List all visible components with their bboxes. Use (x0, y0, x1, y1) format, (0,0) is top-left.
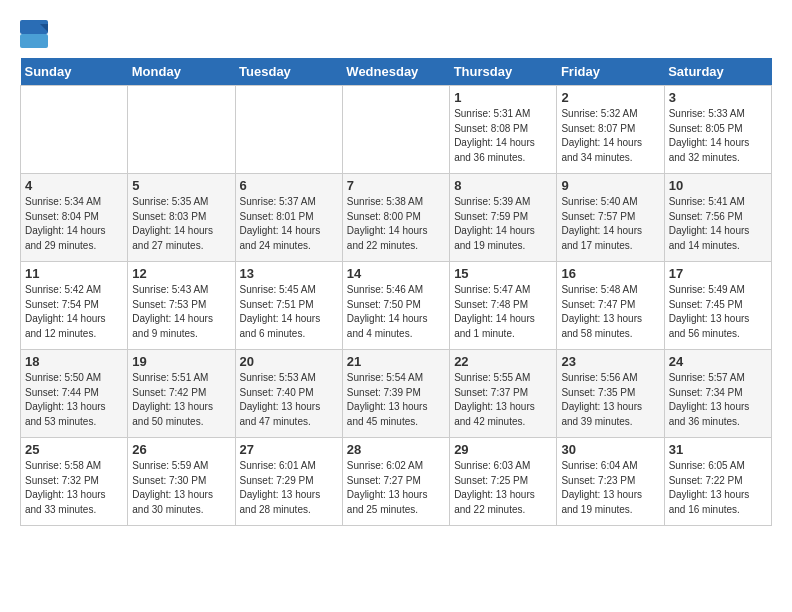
day-cell (128, 86, 235, 174)
day-info: Sunrise: 6:05 AM Sunset: 7:22 PM Dayligh… (669, 459, 767, 517)
day-cell: 20Sunrise: 5:53 AM Sunset: 7:40 PM Dayli… (235, 350, 342, 438)
day-cell: 18Sunrise: 5:50 AM Sunset: 7:44 PM Dayli… (21, 350, 128, 438)
day-number: 28 (347, 442, 445, 457)
day-info: Sunrise: 5:32 AM Sunset: 8:07 PM Dayligh… (561, 107, 659, 165)
day-info: Sunrise: 5:43 AM Sunset: 7:53 PM Dayligh… (132, 283, 230, 341)
day-info: Sunrise: 5:35 AM Sunset: 8:03 PM Dayligh… (132, 195, 230, 253)
day-info: Sunrise: 5:45 AM Sunset: 7:51 PM Dayligh… (240, 283, 338, 341)
day-cell: 30Sunrise: 6:04 AM Sunset: 7:23 PM Dayli… (557, 438, 664, 526)
day-number: 3 (669, 90, 767, 105)
day-number: 27 (240, 442, 338, 457)
day-info: Sunrise: 5:53 AM Sunset: 7:40 PM Dayligh… (240, 371, 338, 429)
day-info: Sunrise: 5:55 AM Sunset: 7:37 PM Dayligh… (454, 371, 552, 429)
day-cell: 17Sunrise: 5:49 AM Sunset: 7:45 PM Dayli… (664, 262, 771, 350)
day-number: 19 (132, 354, 230, 369)
day-info: Sunrise: 5:58 AM Sunset: 7:32 PM Dayligh… (25, 459, 123, 517)
day-cell: 10Sunrise: 5:41 AM Sunset: 7:56 PM Dayli… (664, 174, 771, 262)
day-info: Sunrise: 6:01 AM Sunset: 7:29 PM Dayligh… (240, 459, 338, 517)
day-number: 29 (454, 442, 552, 457)
day-cell: 5Sunrise: 5:35 AM Sunset: 8:03 PM Daylig… (128, 174, 235, 262)
day-cell (235, 86, 342, 174)
header-tuesday: Tuesday (235, 58, 342, 86)
day-info: Sunrise: 5:37 AM Sunset: 8:01 PM Dayligh… (240, 195, 338, 253)
day-cell: 11Sunrise: 5:42 AM Sunset: 7:54 PM Dayli… (21, 262, 128, 350)
day-number: 30 (561, 442, 659, 457)
day-number: 13 (240, 266, 338, 281)
week-row-3: 11Sunrise: 5:42 AM Sunset: 7:54 PM Dayli… (21, 262, 772, 350)
day-cell: 8Sunrise: 5:39 AM Sunset: 7:59 PM Daylig… (450, 174, 557, 262)
day-info: Sunrise: 5:50 AM Sunset: 7:44 PM Dayligh… (25, 371, 123, 429)
day-cell: 19Sunrise: 5:51 AM Sunset: 7:42 PM Dayli… (128, 350, 235, 438)
day-cell: 15Sunrise: 5:47 AM Sunset: 7:48 PM Dayli… (450, 262, 557, 350)
day-number: 23 (561, 354, 659, 369)
week-row-5: 25Sunrise: 5:58 AM Sunset: 7:32 PM Dayli… (21, 438, 772, 526)
page-header (20, 20, 772, 48)
day-number: 22 (454, 354, 552, 369)
day-cell: 27Sunrise: 6:01 AM Sunset: 7:29 PM Dayli… (235, 438, 342, 526)
day-number: 16 (561, 266, 659, 281)
header-wednesday: Wednesday (342, 58, 449, 86)
day-info: Sunrise: 6:03 AM Sunset: 7:25 PM Dayligh… (454, 459, 552, 517)
day-number: 8 (454, 178, 552, 193)
day-number: 5 (132, 178, 230, 193)
day-info: Sunrise: 6:02 AM Sunset: 7:27 PM Dayligh… (347, 459, 445, 517)
day-number: 25 (25, 442, 123, 457)
day-info: Sunrise: 5:47 AM Sunset: 7:48 PM Dayligh… (454, 283, 552, 341)
day-number: 15 (454, 266, 552, 281)
day-number: 1 (454, 90, 552, 105)
calendar-table: SundayMondayTuesdayWednesdayThursdayFrid… (20, 58, 772, 526)
logo (20, 20, 52, 48)
day-info: Sunrise: 5:42 AM Sunset: 7:54 PM Dayligh… (25, 283, 123, 341)
day-number: 26 (132, 442, 230, 457)
day-info: Sunrise: 5:49 AM Sunset: 7:45 PM Dayligh… (669, 283, 767, 341)
day-info: Sunrise: 5:56 AM Sunset: 7:35 PM Dayligh… (561, 371, 659, 429)
day-info: Sunrise: 6:04 AM Sunset: 7:23 PM Dayligh… (561, 459, 659, 517)
header-row: SundayMondayTuesdayWednesdayThursdayFrid… (21, 58, 772, 86)
day-cell: 12Sunrise: 5:43 AM Sunset: 7:53 PM Dayli… (128, 262, 235, 350)
day-number: 6 (240, 178, 338, 193)
day-cell: 7Sunrise: 5:38 AM Sunset: 8:00 PM Daylig… (342, 174, 449, 262)
calendar-body: 1Sunrise: 5:31 AM Sunset: 8:08 PM Daylig… (21, 86, 772, 526)
svg-rect-1 (20, 34, 48, 48)
day-number: 14 (347, 266, 445, 281)
day-info: Sunrise: 5:48 AM Sunset: 7:47 PM Dayligh… (561, 283, 659, 341)
day-cell: 14Sunrise: 5:46 AM Sunset: 7:50 PM Dayli… (342, 262, 449, 350)
day-cell: 28Sunrise: 6:02 AM Sunset: 7:27 PM Dayli… (342, 438, 449, 526)
day-info: Sunrise: 5:41 AM Sunset: 7:56 PM Dayligh… (669, 195, 767, 253)
header-thursday: Thursday (450, 58, 557, 86)
day-cell: 3Sunrise: 5:33 AM Sunset: 8:05 PM Daylig… (664, 86, 771, 174)
day-number: 2 (561, 90, 659, 105)
day-number: 10 (669, 178, 767, 193)
day-number: 9 (561, 178, 659, 193)
day-number: 18 (25, 354, 123, 369)
day-number: 12 (132, 266, 230, 281)
header-monday: Monday (128, 58, 235, 86)
day-info: Sunrise: 5:54 AM Sunset: 7:39 PM Dayligh… (347, 371, 445, 429)
day-number: 31 (669, 442, 767, 457)
day-cell: 31Sunrise: 6:05 AM Sunset: 7:22 PM Dayli… (664, 438, 771, 526)
day-cell (342, 86, 449, 174)
day-cell: 23Sunrise: 5:56 AM Sunset: 7:35 PM Dayli… (557, 350, 664, 438)
header-friday: Friday (557, 58, 664, 86)
day-cell: 1Sunrise: 5:31 AM Sunset: 8:08 PM Daylig… (450, 86, 557, 174)
day-info: Sunrise: 5:39 AM Sunset: 7:59 PM Dayligh… (454, 195, 552, 253)
day-cell: 2Sunrise: 5:32 AM Sunset: 8:07 PM Daylig… (557, 86, 664, 174)
day-info: Sunrise: 5:57 AM Sunset: 7:34 PM Dayligh… (669, 371, 767, 429)
day-cell (21, 86, 128, 174)
day-cell: 9Sunrise: 5:40 AM Sunset: 7:57 PM Daylig… (557, 174, 664, 262)
day-cell: 24Sunrise: 5:57 AM Sunset: 7:34 PM Dayli… (664, 350, 771, 438)
day-info: Sunrise: 5:33 AM Sunset: 8:05 PM Dayligh… (669, 107, 767, 165)
day-cell: 16Sunrise: 5:48 AM Sunset: 7:47 PM Dayli… (557, 262, 664, 350)
week-row-1: 1Sunrise: 5:31 AM Sunset: 8:08 PM Daylig… (21, 86, 772, 174)
day-cell: 22Sunrise: 5:55 AM Sunset: 7:37 PM Dayli… (450, 350, 557, 438)
day-cell: 4Sunrise: 5:34 AM Sunset: 8:04 PM Daylig… (21, 174, 128, 262)
day-cell: 25Sunrise: 5:58 AM Sunset: 7:32 PM Dayli… (21, 438, 128, 526)
day-info: Sunrise: 5:51 AM Sunset: 7:42 PM Dayligh… (132, 371, 230, 429)
day-number: 24 (669, 354, 767, 369)
day-number: 7 (347, 178, 445, 193)
day-info: Sunrise: 5:34 AM Sunset: 8:04 PM Dayligh… (25, 195, 123, 253)
header-sunday: Sunday (21, 58, 128, 86)
day-cell: 21Sunrise: 5:54 AM Sunset: 7:39 PM Dayli… (342, 350, 449, 438)
day-info: Sunrise: 5:59 AM Sunset: 7:30 PM Dayligh… (132, 459, 230, 517)
day-number: 11 (25, 266, 123, 281)
